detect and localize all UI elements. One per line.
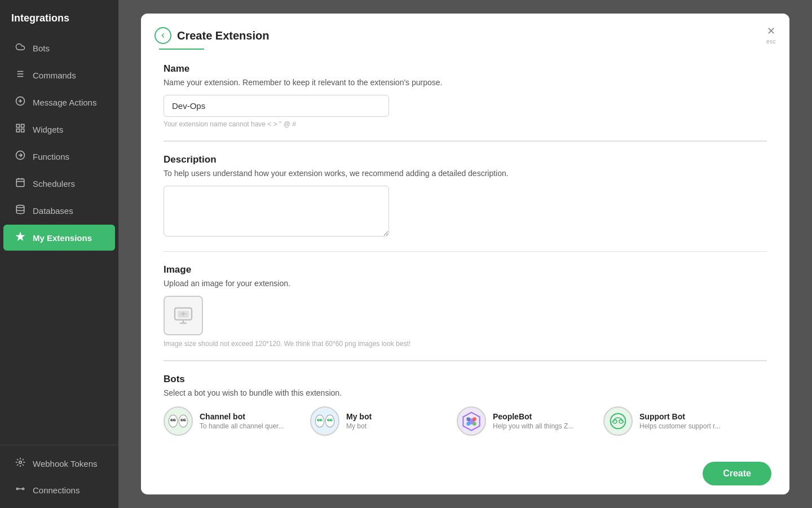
my-extensions-icon	[15, 231, 26, 244]
modal-footer: Create	[141, 453, 789, 494]
svg-point-36	[184, 419, 186, 420]
message-actions-icon	[15, 96, 26, 108]
svg-point-15	[16, 205, 24, 208]
bot-card-support[interactable]: Support Bot Helps customer support r...	[603, 406, 739, 436]
support-bot-info: Support Bot Helps customer support r...	[639, 412, 720, 430]
image-upload-box[interactable]	[164, 296, 203, 335]
name-section: Name Name your extension. Remember to ke…	[164, 63, 767, 128]
name-input-hint: Your extension name cannot have < > " @ …	[164, 120, 767, 128]
sidebar-item-webhook-tokens-label: Webhook Tokens	[33, 459, 98, 468]
connections-icon	[15, 484, 26, 496]
sidebar-item-my-extensions-label: My Extensions	[33, 233, 92, 243]
sidebar-item-widgets-label: Widgets	[33, 125, 63, 134]
svg-point-55	[619, 419, 623, 423]
svg-point-27	[169, 415, 178, 427]
sidebar-item-connections-label: Connections	[33, 485, 80, 495]
my-bot-info: My bot My bot	[346, 412, 372, 430]
people-bot-info: PeopleBot Help you with all things Z...	[493, 412, 573, 430]
sidebar-item-commands[interactable]: Commands	[3, 62, 115, 88]
image-hint: Image size should not exceed 120*120. We…	[164, 340, 767, 348]
svg-point-45	[328, 419, 329, 420]
svg-point-52	[473, 422, 476, 426]
svg-rect-8	[16, 129, 19, 132]
svg-point-50	[473, 417, 476, 421]
my-bot-desc: My bot	[346, 422, 372, 430]
close-icon: ✕	[767, 25, 775, 37]
support-bot-name: Support Bot	[639, 412, 720, 421]
name-section-desc: Name your extension. Remember to keep it…	[164, 78, 767, 87]
bot-card-people[interactable]: PeopleBot Help you with all things Z...	[457, 406, 592, 436]
sidebar-item-schedulers[interactable]: Schedulers	[3, 170, 115, 196]
sidebar-item-commands-label: Commands	[33, 71, 76, 80]
svg-point-51	[466, 422, 470, 426]
name-desc-divider	[164, 141, 767, 142]
commands-icon	[15, 69, 26, 81]
sidebar-item-bots-label: Bots	[33, 43, 50, 53]
modal-body: Name Name your extension. Remember to ke…	[141, 50, 789, 449]
bots-grid: Channel bot To handle all channel quer..…	[164, 406, 767, 436]
svg-point-34	[174, 419, 175, 420]
svg-point-43	[318, 419, 319, 420]
support-bot-desc: Helps customer support r...	[639, 422, 720, 430]
svg-point-16	[19, 461, 22, 464]
bots-icon	[15, 42, 26, 54]
svg-point-17	[16, 488, 18, 490]
people-bot-desc: Help you with all things Z...	[493, 422, 573, 430]
support-bot-avatar	[603, 406, 633, 436]
image-section-title: Image	[164, 264, 767, 275]
overlay: Create Extension ✕ esc Name Name your ex…	[118, 0, 812, 508]
svg-rect-6	[16, 124, 19, 127]
sidebar-item-databases-label: Databases	[33, 206, 73, 216]
channel-bot-name: Channel bot	[200, 412, 284, 421]
sidebar-item-message-actions[interactable]: Message Actions	[3, 89, 115, 115]
sidebar-item-connections[interactable]: Connections	[3, 477, 115, 503]
sidebar-item-message-actions-label: Message Actions	[33, 98, 96, 107]
svg-point-46	[331, 419, 332, 420]
channel-bot-desc: To handle all channel quer...	[200, 422, 284, 430]
svg-rect-9	[21, 129, 24, 132]
svg-point-35	[182, 419, 183, 420]
description-section-title: Description	[164, 154, 767, 165]
sidebar-item-functions[interactable]: Functions	[3, 143, 115, 169]
svg-point-28	[179, 415, 188, 427]
support-bot-icon	[607, 411, 629, 431]
sidebar-item-my-extensions[interactable]: My Extensions	[3, 225, 115, 251]
desc-image-divider	[164, 251, 767, 252]
svg-point-33	[171, 419, 173, 420]
esc-label: esc	[766, 38, 776, 45]
my-bot-avatar	[310, 406, 339, 436]
svg-point-18	[23, 488, 24, 490]
sidebar-item-webhook-tokens[interactable]: Webhook Tokens	[3, 450, 115, 476]
sidebar-item-databases[interactable]: Databases	[3, 198, 115, 224]
description-textarea[interactable]	[164, 186, 389, 237]
sidebar-item-functions-label: Functions	[33, 152, 69, 161]
schedulers-icon	[15, 177, 26, 190]
back-button[interactable]	[155, 27, 171, 44]
create-button[interactable]: Create	[703, 462, 771, 485]
svg-point-37	[315, 415, 324, 427]
sidebar-title: Integrations	[0, 0, 118, 34]
svg-rect-11	[16, 179, 24, 187]
people-bot-avatar	[457, 406, 486, 436]
people-bot-name: PeopleBot	[493, 412, 573, 421]
close-button[interactable]: ✕ esc	[766, 25, 776, 45]
sidebar-item-bots[interactable]: Bots	[3, 35, 115, 61]
sidebar: Integrations Bots Commands Message Actio…	[0, 0, 118, 508]
my-bot-icon	[315, 413, 335, 429]
sidebar-item-widgets[interactable]: Widgets	[3, 116, 115, 142]
databases-icon	[15, 204, 26, 217]
bots-section-title: Bots	[164, 374, 767, 385]
svg-point-44	[321, 419, 322, 420]
sidebar-bottom: Webhook Tokens Connections	[0, 445, 118, 508]
modal-title: Create Extension	[177, 29, 269, 42]
name-input[interactable]	[164, 95, 389, 117]
sidebar-item-schedulers-label: Schedulers	[33, 179, 75, 189]
create-extension-modal: Create Extension ✕ esc Name Name your ex…	[141, 14, 789, 494]
widgets-icon	[15, 123, 26, 135]
bot-card-channel[interactable]: Channel bot To handle all channel quer..…	[164, 406, 299, 436]
image-section: Image Upload an image for your extension…	[164, 264, 767, 348]
bot-card-my[interactable]: My bot My bot	[310, 406, 445, 436]
svg-point-49	[466, 417, 470, 421]
functions-icon	[15, 150, 26, 163]
description-section: Description To help users understand how…	[164, 154, 767, 239]
